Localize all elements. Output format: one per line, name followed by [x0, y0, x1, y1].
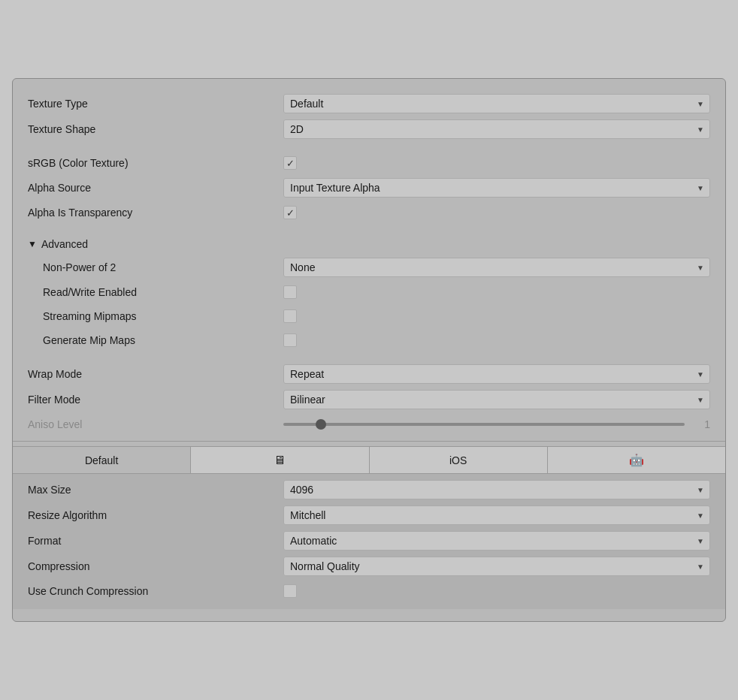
- non-power-select[interactable]: None ToNearest ToLarger ToSmaller: [283, 258, 710, 277]
- non-power-label: Non-Power of 2: [28, 261, 283, 273]
- tab-android[interactable]: 🤖: [548, 447, 725, 473]
- aniso-level-control: 1: [283, 418, 710, 430]
- compression-select[interactable]: None Low Quality Normal Quality High Qua…: [283, 557, 710, 576]
- alpha-transparency-checkbox[interactable]: ✓: [283, 206, 297, 219]
- format-label: Format: [28, 535, 283, 547]
- alpha-transparency-control: ✓: [283, 206, 710, 219]
- resize-algorithm-select[interactable]: Mitchell Bilinear: [283, 505, 710, 525]
- crunch-compression-label: Use Crunch Compression: [28, 585, 283, 597]
- filter-mode-select[interactable]: Point (no filter) Bilinear Trilinear: [283, 390, 710, 409]
- tab-default-label: Default: [85, 454, 118, 466]
- non-power-row: Non-Power of 2 None ToNearest ToLarger T…: [13, 255, 725, 280]
- wrap-mode-control: Repeat Clamp Mirror: [283, 364, 710, 384]
- alpha-source-select[interactable]: None Input Texture Alpha From Gray Scale: [283, 178, 710, 198]
- wrap-mode-label: Wrap Mode: [28, 368, 283, 380]
- aniso-level-label: Aniso Level: [28, 418, 283, 430]
- read-write-control: ✓: [283, 285, 710, 299]
- format-row: Format Automatic RGB Compressed DXT1 RGB…: [13, 528, 725, 554]
- alpha-source-row: Alpha Source None Input Texture Alpha Fr…: [13, 175, 725, 201]
- generate-mipmaps-control: ✓: [283, 333, 710, 347]
- texture-shape-label: Texture Shape: [28, 123, 283, 135]
- max-size-control: 32 64 128 256 512 1024 2048 4096 8192: [283, 480, 710, 499]
- texture-shape-row: Texture Shape 2D Cube: [13, 116, 725, 142]
- tab-default[interactable]: Default: [13, 447, 191, 473]
- tab-desktop[interactable]: 🖥: [191, 447, 369, 473]
- max-size-row: Max Size 32 64 128 256 512 1024 2048 409…: [13, 477, 725, 502]
- filter-mode-control: Point (no filter) Bilinear Trilinear: [283, 390, 710, 409]
- tab-ios[interactable]: iOS: [370, 447, 548, 473]
- crunch-compression-checkbox[interactable]: ✓: [283, 584, 297, 598]
- aniso-level-row: Aniso Level 1: [13, 412, 725, 436]
- aniso-slider-value: 1: [692, 418, 710, 430]
- read-write-checkbox[interactable]: ✓: [283, 285, 297, 299]
- max-size-label: Max Size: [28, 484, 283, 496]
- android-icon: 🤖: [629, 453, 644, 467]
- alpha-source-label: Alpha Source: [28, 182, 283, 194]
- wrap-mode-select[interactable]: Repeat Clamp Mirror: [283, 364, 710, 384]
- aniso-slider-thumb[interactable]: [316, 419, 326, 430]
- desktop-icon: 🖥: [274, 454, 286, 467]
- srgb-row: sRGB (Color Texture) ✓: [13, 151, 725, 175]
- texture-type-label: Texture Type: [28, 98, 283, 110]
- generate-mipmaps-label: Generate Mip Maps: [28, 334, 283, 346]
- generate-mipmaps-checkbox[interactable]: ✓: [283, 333, 297, 347]
- alpha-transparency-row: Alpha Is Transparency ✓: [13, 201, 725, 225]
- read-write-row: Read/Write Enabled ✓: [13, 280, 725, 304]
- filter-mode-label: Filter Mode: [28, 394, 283, 406]
- generate-mipmaps-row: Generate Mip Maps ✓: [13, 328, 725, 352]
- advanced-label: Advanced: [41, 238, 88, 250]
- format-select[interactable]: Automatic RGB Compressed DXT1 RGBA Compr…: [283, 531, 710, 551]
- srgb-label: sRGB (Color Texture): [28, 157, 283, 169]
- compression-control: None Low Quality Normal Quality High Qua…: [283, 557, 710, 576]
- streaming-mipmaps-control: ✓: [283, 309, 710, 323]
- streaming-mipmaps-checkbox[interactable]: ✓: [283, 309, 297, 323]
- compression-label: Compression: [28, 560, 283, 572]
- resize-algorithm-row: Resize Algorithm Mitchell Bilinear: [13, 502, 725, 528]
- read-write-label: Read/Write Enabled: [28, 286, 283, 298]
- max-size-select[interactable]: 32 64 128 256 512 1024 2048 4096 8192: [283, 480, 710, 499]
- srgb-control: ✓: [283, 156, 710, 170]
- streaming-mipmaps-row: Streaming Mipmaps ✓: [13, 304, 725, 328]
- srgb-checkbox[interactable]: ✓: [283, 156, 297, 170]
- texture-shape-select[interactable]: 2D Cube: [283, 119, 710, 139]
- texture-type-row: Texture Type Default Normal Map Sprite (…: [13, 91, 725, 116]
- aniso-slider-row: 1: [283, 418, 710, 430]
- non-power-control: None ToNearest ToLarger ToSmaller: [283, 258, 710, 277]
- texture-shape-control: 2D Cube: [283, 119, 710, 139]
- tab-ios-label: iOS: [449, 454, 467, 466]
- filter-mode-row: Filter Mode Point (no filter) Bilinear T…: [13, 387, 725, 412]
- resize-algorithm-control: Mitchell Bilinear: [283, 505, 710, 525]
- compression-row: Compression None Low Quality Normal Qual…: [13, 554, 725, 579]
- main-divider: [13, 441, 725, 442]
- texture-type-select[interactable]: Default Normal Map Sprite (2D and UI): [283, 94, 710, 113]
- streaming-mipmaps-label: Streaming Mipmaps: [28, 310, 283, 322]
- aniso-slider-track: [283, 423, 685, 426]
- platform-tabs: Default 🖥 iOS 🤖: [13, 446, 725, 474]
- platform-section: Default 🖥 iOS 🤖 Max Size 32 64 128 256: [13, 446, 725, 609]
- format-control: Automatic RGB Compressed DXT1 RGBA Compr…: [283, 531, 710, 551]
- texture-type-control: Default Normal Map Sprite (2D and UI): [283, 94, 710, 113]
- crunch-compression-row: Use Crunch Compression ✓: [13, 579, 725, 603]
- alpha-source-control: None Input Texture Alpha From Gray Scale: [283, 178, 710, 198]
- alpha-transparency-label: Alpha Is Transparency: [28, 207, 283, 219]
- crunch-compression-control: ✓: [283, 584, 710, 598]
- advanced-section-header[interactable]: ▼ Advanced: [13, 234, 725, 255]
- resize-algorithm-label: Resize Algorithm: [28, 509, 283, 521]
- advanced-arrow-icon: ▼: [28, 239, 37, 249]
- wrap-mode-row: Wrap Mode Repeat Clamp Mirror: [13, 361, 725, 387]
- texture-import-panel: Texture Type Default Normal Map Sprite (…: [12, 78, 726, 622]
